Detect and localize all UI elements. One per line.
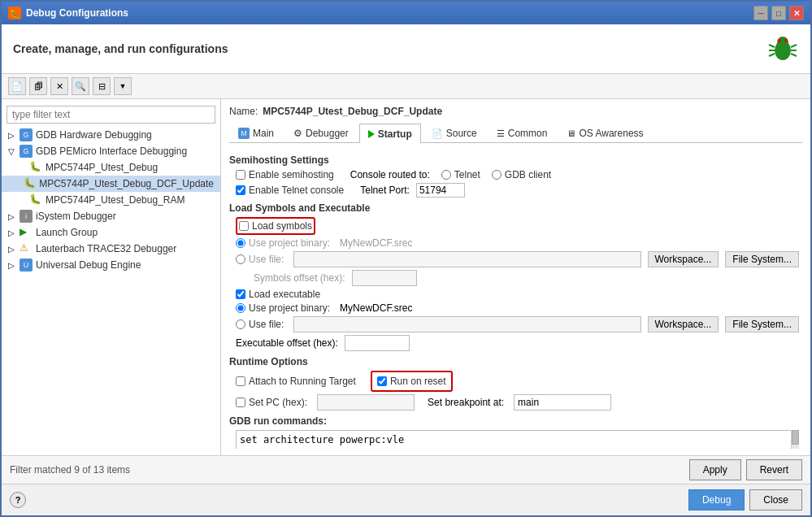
sidebar-item-universal[interactable]: ▷ U Universal Debug Engine <box>2 257 220 273</box>
enable-semihosting-checkbox[interactable] <box>236 170 245 180</box>
action-buttons: Apply Revert <box>681 456 810 484</box>
delete-button[interactable]: ✕ <box>50 77 68 95</box>
header-bug-icon <box>766 33 799 65</box>
run-on-reset-label[interactable]: Run on reset <box>377 376 446 387</box>
common-tab-icon: ☰ <box>497 128 505 139</box>
enable-telnet-row: Enable Telnet console Telnet Port: <box>236 183 799 198</box>
sidebar-item-label: MPC5744P_Utest_Debug_RAM <box>46 194 185 206</box>
sym-file-label: Use file: <box>249 254 284 265</box>
svg-point-8 <box>778 39 781 42</box>
semihosting-section: Enable semihosting Console routed to: Te… <box>229 169 799 198</box>
lauterbach-icon: ⚠ <box>20 242 33 255</box>
gdb-client-radio-label[interactable]: GDB client <box>492 169 551 180</box>
tab-startup-label: Startup <box>378 128 412 140</box>
sidebar-item-label: Universal Debug Engine <box>36 259 141 271</box>
sidebar-item-label: Launch Group <box>36 227 98 238</box>
telnet-port-label: Telnet Port: <box>360 185 410 196</box>
debug-button[interactable]: Debug <box>688 489 745 510</box>
attach-checkbox[interactable] <box>236 376 245 386</box>
exec-project-radio[interactable] <box>236 303 245 313</box>
tab-startup[interactable]: Startup <box>359 124 421 143</box>
load-symbols-label[interactable]: Load symbols <box>239 220 312 232</box>
sidebar-item-label: GDB Hardware Debugging <box>36 129 152 141</box>
load-symbols-checkbox[interactable] <box>239 221 249 231</box>
sidebar-item-gdb-pemicro[interactable]: ▽ G GDB PEMicro Interface Debugging <box>2 143 220 159</box>
exec-filesystem-button[interactable]: File System... <box>725 316 799 332</box>
gdb-scrollbar-thumb <box>792 430 799 445</box>
sym-project-radio-label[interactable]: Use project binary: <box>236 237 330 249</box>
tab-common[interactable]: ☰ Common <box>488 124 557 142</box>
exec-project-radio-label[interactable]: Use project binary: <box>236 302 330 314</box>
sym-file-radio-label[interactable]: Use file: <box>236 254 284 265</box>
minimize-button[interactable]: ─ <box>753 6 768 20</box>
close-button[interactable]: Close <box>749 489 802 510</box>
enable-semihosting-label[interactable]: Enable semihosting <box>236 169 334 180</box>
filter-button[interactable]: 🔍 <box>72 77 89 95</box>
enable-semihosting-row: Enable semihosting Console routed to: Te… <box>236 169 799 180</box>
gdb-scrollbar[interactable] <box>791 430 799 449</box>
expand-icon: ▷ <box>8 228 16 237</box>
title-bar-controls: ─ □ ✕ <box>753 6 804 20</box>
sidebar-item-label: GDB PEMicro Interface Debugging <box>36 146 187 157</box>
sym-project-radio[interactable] <box>236 238 245 248</box>
sym-workspace-button[interactable]: Workspace... <box>648 251 719 267</box>
tab-debugger[interactable]: ⚙ Debugger <box>284 124 358 142</box>
sidebar-item-isystem[interactable]: ▷ i iSystem Debugger <box>2 208 220 224</box>
exec-workspace-button[interactable]: Workspace... <box>648 316 719 332</box>
set-pc-input[interactable] <box>317 394 415 411</box>
sidebar-item-gdb-hardware[interactable]: ▷ G GDB Hardware Debugging <box>2 127 220 143</box>
sym-offset-input[interactable] <box>352 270 417 286</box>
sidebar-item-mpc5744p-utest[interactable]: 🐛 MPC5744P_Utest_Debug <box>2 159 220 176</box>
load-exec-checkbox[interactable] <box>236 289 245 299</box>
new-config-button[interactable]: 📄 <box>8 77 26 95</box>
sym-file-input[interactable] <box>293 251 640 267</box>
collapse-button[interactable]: ⊟ <box>93 77 111 95</box>
exec-file-radio-label[interactable]: Use file: <box>236 319 284 330</box>
semihosting-title: Semihosting Settings <box>229 154 799 166</box>
exec-project-value: MyNewDCF.srec <box>340 302 412 314</box>
config-name-value: MPC5744P_Utest_Debug_DCF_Update <box>263 106 442 117</box>
config-tabs: M Main ⚙ Debugger Startup 📄 Source ☰ <box>229 124 802 143</box>
apply-button[interactable]: Apply <box>689 459 741 480</box>
duplicate-button[interactable]: 🗐 <box>29 77 47 95</box>
sidebar-item-lauterbach[interactable]: ▷ ⚠ Lauterbach TRACE32 Debugger <box>2 241 220 257</box>
sidebar-item-launch-group[interactable]: ▷ ▶ Launch Group <box>2 224 220 241</box>
isystem-icon: i <box>20 210 33 223</box>
set-pc-checkbox[interactable] <box>236 398 245 407</box>
set-pc-label[interactable]: Set PC (hex): <box>236 397 307 408</box>
sym-file-radio[interactable] <box>236 254 245 264</box>
telnet-radio-label[interactable]: Telnet <box>441 169 480 180</box>
tab-main[interactable]: M Main <box>229 124 283 142</box>
dropdown-button[interactable]: ▼ <box>114 77 132 95</box>
load-exec-label[interactable]: Load executable <box>236 289 320 300</box>
exec-file-radio[interactable] <box>236 319 245 329</box>
set-breakpoint-input[interactable] <box>514 394 611 411</box>
tab-os-awareness[interactable]: 🖥 OS Awareness <box>558 124 652 142</box>
telnet-port-input[interactable] <box>416 183 465 198</box>
run-on-reset-checkbox[interactable] <box>377 376 387 386</box>
close-window-button[interactable]: ✕ <box>789 6 804 20</box>
maximize-button[interactable]: □ <box>771 6 786 20</box>
tab-source[interactable]: 📄 Source <box>423 124 486 142</box>
gdb-client-radio[interactable] <box>492 170 502 180</box>
sidebar-item-mpc5744p-dcf[interactable]: 🐛 MPC5744P_Utest_Debug_DCF_Update <box>2 176 220 192</box>
exec-file-input[interactable] <box>293 316 640 332</box>
attach-label[interactable]: Attach to Running Target <box>236 376 356 387</box>
enable-telnet-label[interactable]: Enable Telnet console <box>236 185 344 196</box>
sym-filesystem-button[interactable]: File System... <box>725 251 799 267</box>
debug-config-icon-selected: 🐛 <box>24 177 36 190</box>
enable-telnet-checkbox[interactable] <box>236 185 245 195</box>
gdb-commands-textarea[interactable]: set architecture powerpc:vle <box>236 430 799 449</box>
dropdown-arrow-icon: ▼ <box>119 82 127 90</box>
filter-input[interactable] <box>7 106 215 124</box>
help-button[interactable]: ? <box>10 492 26 508</box>
tab-main-label: Main <box>253 128 274 139</box>
revert-button[interactable]: Revert <box>746 459 802 480</box>
enable-telnet-text: Enable Telnet console <box>249 185 344 196</box>
exec-offset-input[interactable] <box>345 335 410 351</box>
debugger-tab-icon: ⚙ <box>293 128 302 139</box>
status-bar: Filter matched 9 of 13 items Apply Rever… <box>2 455 810 484</box>
telnet-radio[interactable] <box>441 170 451 180</box>
sidebar-item-label: MPC5744P_Utest_Debug <box>46 162 158 173</box>
sidebar-item-mpc5744p-ram[interactable]: 🐛 MPC5744P_Utest_Debug_RAM <box>2 192 220 208</box>
